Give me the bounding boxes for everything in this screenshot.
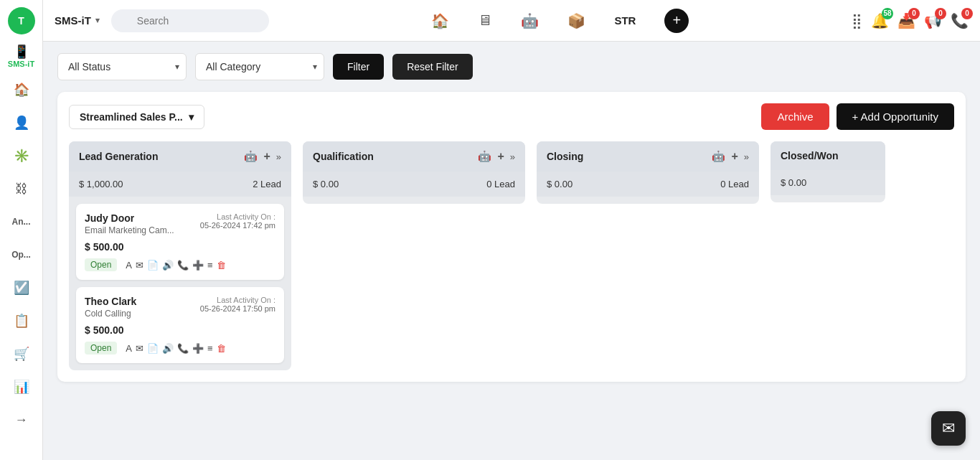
megaphone-badge: 0 bbox=[935, 8, 946, 19]
col-header-qualification: Qualification 🤖 + » bbox=[303, 141, 525, 172]
status-select-wrap: All Status ▾ bbox=[57, 53, 187, 80]
plus-button[interactable]: + bbox=[664, 9, 689, 33]
sidebar-item-dashboard[interactable]: 📊 bbox=[8, 373, 35, 400]
col-title-lead-generation: Lead Generation bbox=[79, 151, 238, 162]
opp-card-header-judy-door: Judy Door Email Marketing Cam... Last Ac… bbox=[85, 212, 275, 235]
action-file-judy[interactable]: 📄 bbox=[147, 260, 159, 271]
topbar-right: ⣿ 🔔 58 📥 0 📢 0 📞 0 bbox=[852, 12, 969, 29]
sidebar-item-analytics[interactable]: ✳️ bbox=[8, 142, 35, 169]
kanban-col-closing: Closing 🤖 + » $ 0.00 0 Lead bbox=[537, 141, 759, 204]
inbox-badge: 0 bbox=[908, 8, 920, 19]
col-expand-icon-closing[interactable]: » bbox=[744, 151, 749, 162]
action-a-theo[interactable]: A bbox=[126, 343, 132, 354]
sidebar-item-op[interactable]: Op... bbox=[8, 241, 35, 268]
action-phone-judy[interactable]: 📞 bbox=[177, 260, 189, 271]
action-email-theo[interactable]: ✉ bbox=[136, 343, 143, 354]
opp-card-judy-door[interactable]: Judy Door Email Marketing Cam... Last Ac… bbox=[76, 204, 284, 280]
topbar: SMS-iT ▾ 🔍 🏠 🖥 🤖 📦 STR + ⣿ 🔔 58 📥 bbox=[43, 0, 980, 42]
opp-card-theo-clark[interactable]: Theo Clark Cold Calling Last Activity On… bbox=[76, 287, 284, 363]
action-audio-theo[interactable]: 🔊 bbox=[162, 343, 174, 354]
robot-icon[interactable]: 🤖 bbox=[521, 12, 539, 29]
add-opportunity-button[interactable]: + Add Opportunity bbox=[837, 103, 955, 130]
col-expand-icon-qualification[interactable]: » bbox=[510, 151, 515, 162]
bell-icon-btn[interactable]: 🔔 58 bbox=[871, 12, 889, 29]
col-add-icon-qualification[interactable]: + bbox=[497, 150, 504, 163]
filter-button[interactable]: Filter bbox=[333, 54, 384, 80]
col-totals-qualification: $ 0.00 0 Lead bbox=[303, 172, 525, 197]
action-plus-theo[interactable]: ➕ bbox=[192, 343, 204, 354]
chat-bubble[interactable]: ✉ bbox=[931, 411, 966, 446]
action-plus-judy[interactable]: ➕ bbox=[192, 260, 204, 271]
col-totals-lead-generation: $ 1,000.00 2 Lead bbox=[69, 172, 291, 197]
sidebar-item-collapse[interactable]: → bbox=[8, 406, 35, 433]
brand-name: SMS-iT bbox=[55, 14, 91, 27]
pipeline-name-label: Streamlined Sales P... bbox=[80, 111, 183, 123]
archive-button[interactable]: Archive bbox=[761, 103, 829, 130]
user-avatar[interactable]: T bbox=[8, 7, 35, 34]
sidebar-item-contacts[interactable]: 👤 bbox=[8, 109, 35, 136]
action-delete-judy[interactable]: 🗑 bbox=[217, 260, 226, 271]
action-list-theo[interactable]: ≡ bbox=[207, 343, 213, 354]
col-robot-icon-closing[interactable]: 🤖 bbox=[712, 150, 725, 163]
col-lead-count-closing: 0 Lead bbox=[720, 179, 749, 189]
monitor-icon[interactable]: 🖥 bbox=[478, 12, 492, 29]
brand-chevron: ▾ bbox=[95, 16, 100, 25]
last-activity-theo: 05-26-2024 17:50 pm bbox=[200, 304, 275, 313]
col-header-closed-won: Closed/Won bbox=[771, 141, 885, 170]
main-area: SMS-iT ▾ 🔍 🏠 🖥 🤖 📦 STR + ⣿ 🔔 58 📥 bbox=[43, 0, 980, 460]
pipeline-actions: Archive + Add Opportunity bbox=[761, 103, 954, 130]
last-activity-judy: 05-26-2024 17:42 pm bbox=[200, 221, 275, 230]
sidebar-item-reports[interactable]: 📋 bbox=[8, 307, 35, 334]
opp-actions-theo: A ✉ 📄 🔊 📞 ➕ ≡ 🗑 bbox=[126, 343, 225, 354]
col-add-icon-lead-generation[interactable]: + bbox=[263, 150, 270, 163]
sidebar-item-pipeline[interactable]: ⛓ bbox=[8, 175, 35, 202]
grid-icon-btn[interactable]: ⣿ bbox=[852, 12, 862, 29]
brand[interactable]: SMS-iT ▾ bbox=[55, 14, 100, 27]
kanban-board: Lead Generation 🤖 + » $ 1,000.00 2 Lead bbox=[69, 141, 954, 370]
col-lead-count-lead-generation: 2 Lead bbox=[253, 179, 281, 189]
reset-filter-button[interactable]: Reset Filter bbox=[392, 54, 473, 80]
status-select[interactable]: All Status bbox=[57, 53, 187, 80]
action-file-theo[interactable]: 📄 bbox=[147, 343, 159, 354]
sidebar-item-home[interactable]: 🏠 bbox=[8, 76, 35, 103]
pipeline-name-dropdown[interactable]: Streamlined Sales P... ▾ bbox=[69, 105, 204, 129]
search-input[interactable] bbox=[111, 9, 269, 32]
action-delete-theo[interactable]: 🗑 bbox=[217, 343, 226, 354]
bell-badge: 58 bbox=[882, 8, 893, 19]
kanban-col-closed-won: Closed/Won $ 0.00 bbox=[771, 141, 885, 202]
action-audio-judy[interactable]: 🔊 bbox=[162, 260, 174, 271]
kanban-col-qualification: Qualification 🤖 + » $ 0.00 0 Lead bbox=[303, 141, 525, 204]
action-email-judy[interactable]: ✉ bbox=[136, 260, 143, 271]
pipeline-card: Streamlined Sales P... ▾ Archive + Add O… bbox=[57, 92, 966, 382]
box-icon[interactable]: 📦 bbox=[567, 12, 585, 29]
col-add-icon-closing[interactable]: + bbox=[731, 150, 738, 163]
opp-card-header-theo-clark: Theo Clark Cold Calling Last Activity On… bbox=[85, 296, 275, 319]
opp-status-theo: Open bbox=[85, 342, 117, 355]
pipeline-header: Streamlined Sales P... ▾ Archive + Add O… bbox=[69, 103, 954, 130]
col-header-closing: Closing 🤖 + » bbox=[537, 141, 759, 172]
sidebar-item-shop[interactable]: 🛒 bbox=[8, 340, 35, 367]
pipeline-name-wrap: Streamlined Sales P... ▾ bbox=[69, 105, 204, 129]
grid-icon: ⣿ bbox=[852, 13, 862, 29]
megaphone-icon-btn[interactable]: 📢 0 bbox=[924, 12, 942, 29]
action-phone-theo[interactable]: 📞 bbox=[177, 343, 189, 354]
category-select[interactable]: All Category bbox=[195, 53, 324, 80]
home-icon[interactable]: 🏠 bbox=[431, 12, 449, 29]
col-amount-closing: $ 0.00 bbox=[547, 179, 573, 189]
opp-amount-theo: $ 500.00 bbox=[85, 324, 275, 336]
phone-icon-btn[interactable]: 📞 0 bbox=[951, 12, 969, 29]
sidebar-item-an[interactable]: An... bbox=[8, 208, 35, 235]
col-expand-icon-lead-generation[interactable]: » bbox=[276, 151, 281, 162]
kanban-col-lead-generation: Lead Generation 🤖 + » $ 1,000.00 2 Lead bbox=[69, 141, 291, 370]
col-title-closing: Closing bbox=[547, 151, 706, 162]
col-lead-count-qualification: 0 Lead bbox=[486, 179, 515, 189]
action-a-judy[interactable]: A bbox=[126, 260, 132, 271]
inbox-icon-btn[interactable]: 📥 0 bbox=[897, 12, 915, 29]
action-list-judy[interactable]: ≡ bbox=[207, 260, 213, 271]
phone-badge: 0 bbox=[961, 8, 973, 19]
col-robot-icon-lead-generation[interactable]: 🤖 bbox=[244, 150, 258, 163]
pipeline-name-chevron-icon: ▾ bbox=[189, 111, 194, 123]
col-robot-icon-qualification[interactable]: 🤖 bbox=[478, 150, 491, 163]
opp-footer-judy: Open A ✉ 📄 🔊 📞 ➕ ≡ 🗑 bbox=[85, 258, 275, 271]
sidebar-item-tasks[interactable]: ☑️ bbox=[8, 274, 35, 301]
